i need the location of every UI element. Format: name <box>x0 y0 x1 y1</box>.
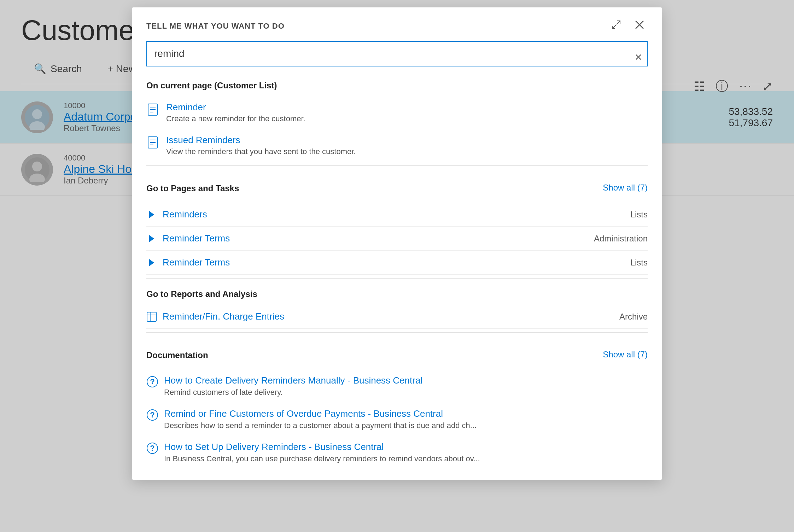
pages-tasks-item-reminders[interactable]: Reminders Lists <box>146 203 648 227</box>
doc-3-question-icon: ? <box>146 442 158 454</box>
close-dialog-button[interactable] <box>631 18 648 34</box>
doc-1-question-icon: ? <box>146 376 158 388</box>
dialog-title: TELL ME WHAT YOU WANT TO DO <box>146 22 285 31</box>
doc-3-title[interactable]: How to Set Up Delivery Reminders - Busin… <box>164 442 384 452</box>
issued-reminders-title[interactable]: Issued Reminders <box>166 135 648 146</box>
reminder-title[interactable]: Reminder <box>166 102 648 113</box>
tell-me-search-input[interactable] <box>146 41 648 66</box>
reports-section-label: Go to Reports and Analysis <box>146 282 648 305</box>
search-clear-button[interactable]: ✕ <box>635 52 642 63</box>
chevron-right-icon <box>146 233 157 244</box>
pages-tasks-item-charge-entries[interactable]: Reminder/Fin. Charge Entries Archive <box>146 305 648 329</box>
doc-item-1-row: ? How to Create Delivery Reminders Manua… <box>146 375 648 388</box>
divider-3 <box>146 332 648 333</box>
documentation-section-label: Documentation <box>146 343 208 366</box>
current-page-section-label: On current page (Customer List) <box>146 74 648 96</box>
result-item-reminder[interactable]: Reminder Create a new reminder for the c… <box>146 96 648 129</box>
svg-line-7 <box>612 25 616 29</box>
search-container: ✕ <box>132 41 662 74</box>
divider-2 <box>146 278 648 279</box>
doc-2-title[interactable]: Remind or Fine Customers of Overdue Paym… <box>164 408 443 419</box>
reminder-doc-icon <box>146 103 159 116</box>
pages-tasks-cat-charge-entries: Archive <box>619 312 648 322</box>
doc-item-3[interactable]: ? How to Set Up Delivery Reminders - Bus… <box>146 436 648 469</box>
pages-tasks-title-reminders[interactable]: Reminders <box>163 209 630 220</box>
doc-1-title[interactable]: How to Create Delivery Reminders Manuall… <box>164 375 422 386</box>
table-icon <box>146 311 157 322</box>
svg-line-6 <box>617 21 620 24</box>
reminder-desc: Create a new reminder for the customer. <box>166 114 648 123</box>
pages-tasks-item-reminder-terms-lists[interactable]: Reminder Terms Lists <box>146 251 648 275</box>
doc-item-1[interactable]: ? How to Create Delivery Reminders Manua… <box>146 369 648 403</box>
issued-reminders-content: Issued Reminders View the reminders that… <box>166 135 648 156</box>
pages-tasks-cat-reminders: Lists <box>630 210 648 220</box>
dialog-header: TELL ME WHAT YOU WANT TO DO <box>132 7 662 41</box>
pages-tasks-section-label: Go to Pages and Tasks <box>146 176 239 199</box>
svg-rect-18 <box>147 312 156 321</box>
pages-tasks-header: Go to Pages and Tasks Show all (7) <box>146 169 648 203</box>
pages-tasks-title-reminder-terms-lists[interactable]: Reminder Terms <box>163 257 630 268</box>
dialog-body: On current page (Customer List) Reminder… <box>132 74 662 480</box>
pages-tasks-item-reminder-terms-admin[interactable]: Reminder Terms Administration <box>146 227 648 251</box>
doc-2-desc: Describes how to send a reminder to a cu… <box>146 421 648 430</box>
doc-item-3-row: ? How to Set Up Delivery Reminders - Bus… <box>146 442 648 454</box>
dialog-header-icons <box>608 18 648 34</box>
result-item-issued-reminders[interactable]: Issued Reminders View the reminders that… <box>146 129 648 162</box>
expand-dialog-button[interactable] <box>608 18 624 34</box>
doc-3-desc: In Business Central, you can use purchas… <box>146 454 648 463</box>
pages-tasks-title-charge-entries[interactable]: Reminder/Fin. Charge Entries <box>163 311 619 322</box>
pages-tasks-cat-reminder-terms-lists: Lists <box>630 258 648 268</box>
doc-1-desc: Remind customers of late delivery. <box>146 388 648 397</box>
documentation-show-all[interactable]: Show all (7) <box>603 350 648 359</box>
tell-me-dialog: TELL ME WHAT YOU WANT TO DO ✕ <box>132 7 662 480</box>
pages-tasks-cat-reminder-terms-admin: Administration <box>594 234 648 244</box>
documentation-header: Documentation Show all (7) <box>146 336 648 369</box>
doc-2-question-icon: ? <box>146 409 158 421</box>
divider-1 <box>146 165 648 166</box>
chevron-right-icon <box>146 209 157 220</box>
pages-tasks-show-all[interactable]: Show all (7) <box>603 183 648 193</box>
chevron-right-icon <box>146 257 157 268</box>
reminder-content: Reminder Create a new reminder for the c… <box>166 102 648 123</box>
doc-item-2-row: ? Remind or Fine Customers of Overdue Pa… <box>146 408 648 421</box>
pages-tasks-title-reminder-terms-admin[interactable]: Reminder Terms <box>163 233 594 244</box>
issued-reminders-desc: View the reminders that you have sent to… <box>166 147 648 156</box>
doc-item-2[interactable]: ? Remind or Fine Customers of Overdue Pa… <box>146 403 648 436</box>
issued-reminders-doc-icon <box>146 136 159 149</box>
